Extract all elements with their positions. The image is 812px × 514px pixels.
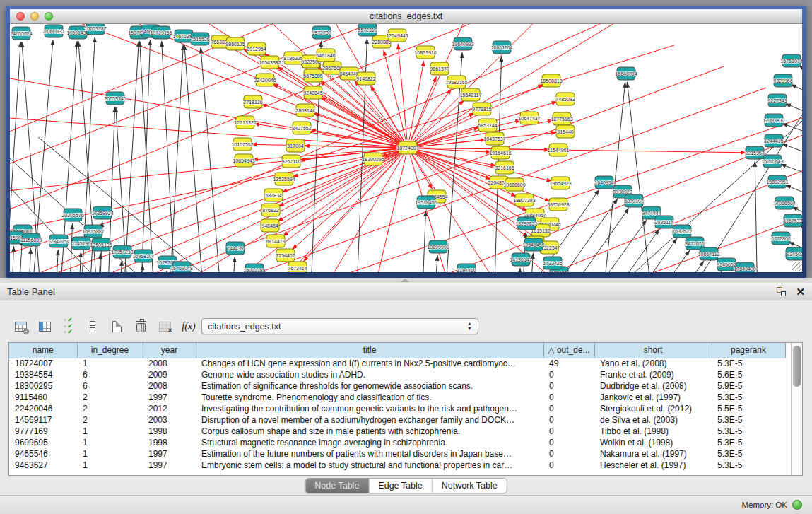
table-cell[interactable]: 1 (77, 448, 143, 460)
table-cell[interactable]: 18300295 (9, 380, 77, 392)
table-cell[interactable]: Wolkin et al. (1998) (594, 437, 712, 448)
table-cell[interactable]: Estimation of the future numbers of pati… (196, 448, 543, 460)
table-cell[interactable]: 6 (77, 380, 143, 392)
table-cell[interactable]: Nakamura et al. (1997) (594, 448, 712, 460)
show-columns-button[interactable] (34, 317, 55, 336)
table-row[interactable]: 977716911998Corpus callosum shape and si… (9, 426, 785, 437)
table-cell[interactable]: 0 (543, 448, 594, 460)
tab-edge-table[interactable]: Edge Table (369, 479, 432, 493)
table-cell[interactable]: 2008 (143, 380, 196, 392)
table-cell[interactable]: Jankovic et al. (1997) (594, 392, 712, 403)
table-cell[interactable]: Franke et al. (2009) (594, 369, 712, 380)
table-cell[interactable]: Yano et al. (2008) (594, 358, 712, 369)
table-scrollbar[interactable] (791, 343, 802, 475)
column-header-pagerank[interactable]: pagerank (712, 343, 785, 358)
table-cell[interactable]: 1997 (143, 460, 196, 471)
function-builder-button[interactable]: f(x) (178, 317, 199, 336)
table-cell[interactable]: 5.3E-5 (712, 414, 785, 426)
table-cell[interactable]: Estimation of significance thresholds fo… (196, 380, 543, 392)
table-cell[interactable]: 2008 (143, 358, 196, 369)
column-header-year[interactable]: year (143, 343, 196, 358)
table-cell[interactable]: Embryonic stem cells: a model to study s… (196, 460, 543, 471)
table-cell[interactable]: 5.3E-5 (712, 448, 785, 460)
column-header-short[interactable]: short (594, 343, 712, 358)
memory-ok-indicator[interactable] (792, 500, 802, 510)
table-cell[interactable]: Tourette syndrome. Phenomenology and cla… (196, 392, 543, 403)
minimize-window-button[interactable] (30, 12, 39, 21)
table-cell[interactable]: 2 (77, 414, 143, 426)
table-row[interactable]: 2242004622012Investigating the contribut… (9, 403, 785, 414)
table-cell[interactable]: 5.9E-5 (712, 380, 785, 392)
table-cell[interactable]: de Silva et al. (2003) (594, 414, 712, 426)
table-cell[interactable]: 2009 (143, 369, 196, 380)
table-cell[interactable]: 1998 (143, 426, 196, 437)
table-cell[interactable]: 5.3E-5 (712, 392, 785, 403)
splitter-handle-icon[interactable] (401, 279, 409, 282)
delete-table-button[interactable]: ✕ (154, 317, 175, 336)
column-header-name[interactable]: name (9, 343, 77, 358)
table-cell[interactable]: Dudbridge et al. (2008) (594, 380, 712, 392)
table-cell[interactable]: 1998 (143, 437, 196, 448)
window-resize-grip[interactable] (792, 262, 801, 271)
table-row[interactable]: 1872400712008Changes of HCN gene express… (9, 358, 785, 369)
row-selection-button[interactable]: ✔✔✔ (58, 317, 79, 336)
table-cell[interactable]: 2012 (143, 403, 196, 414)
table-cell[interactable]: 0 (543, 380, 594, 392)
table-cell[interactable]: 9115460 (9, 392, 77, 403)
zoom-window-button[interactable] (45, 12, 53, 21)
table-cell[interactable]: 0 (543, 437, 594, 448)
network-canvas[interactable]: 1872400776638229860125891295416543382234… (10, 24, 802, 272)
network-window-titlebar[interactable]: citations_edges.txt (10, 9, 802, 24)
table-cell[interactable]: 2 (77, 392, 143, 403)
stacked-squares-button[interactable] (82, 317, 103, 336)
table-row[interactable]: 1830029562008Estimation of significance … (9, 380, 785, 392)
table-cell[interactable]: 9699695 (9, 437, 77, 448)
table-selector-dropdown[interactable]: citations_edges.txt ▲▼ (201, 318, 478, 334)
tab-node-table[interactable]: Node Table (305, 479, 369, 493)
table-cell[interactable]: 9777169 (9, 426, 77, 437)
table-cell[interactable]: 0 (543, 403, 594, 414)
table-cell[interactable]: Disruption of a novel member of a sodium… (196, 414, 543, 426)
float-panel-icon[interactable] (777, 287, 786, 296)
table-cell[interactable]: 1 (77, 460, 143, 471)
table-row[interactable]: 969969511998Structural magnetic resonanc… (9, 437, 785, 448)
table-row[interactable]: 1938455462009Genome-wide association stu… (9, 369, 785, 380)
table-cell[interactable]: Changes of HCN gene expression and I(f) … (196, 358, 543, 369)
table-cell[interactable]: Genome-wide association studies in ADHD. (196, 369, 543, 380)
table-cell[interactable]: 1 (77, 358, 143, 369)
panel-splitter[interactable] (0, 278, 812, 283)
column-header-in_degree[interactable]: in_degree (77, 343, 143, 358)
table-cell[interactable]: 22420046 (9, 403, 77, 414)
table-cell[interactable]: 5.6E-5 (712, 369, 785, 380)
table-cell[interactable]: 5.5E-5 (712, 403, 785, 414)
new-column-button[interactable] (106, 317, 127, 336)
table-cell[interactable]: 1997 (143, 392, 196, 403)
table-cell[interactable]: 14569117 (9, 414, 77, 426)
table-cell[interactable]: 9463627 (9, 460, 77, 471)
table-cell[interactable]: Structural magnetic resonance image aver… (196, 437, 543, 448)
table-cell[interactable]: 19384554 (9, 369, 77, 380)
table-cell[interactable]: 2 (77, 403, 143, 414)
delete-column-button[interactable] (130, 317, 151, 336)
table-cell[interactable]: Investigating the contribution of common… (196, 403, 543, 414)
table-cell[interactable]: 5.3E-5 (712, 426, 785, 437)
tab-network-table[interactable]: Network Table (433, 479, 507, 493)
table-cell[interactable]: Tibbo et al. (1998) (594, 426, 712, 437)
table-cell[interactable]: Stergiakouli et al. (2012) (594, 403, 712, 414)
column-header-out_de[interactable]: △ out_de... (543, 343, 594, 358)
close-window-button[interactable] (16, 12, 25, 21)
scrollbar-thumb[interactable] (793, 346, 801, 387)
table-cell[interactable]: 5.3E-5 (712, 358, 785, 369)
table-cell[interactable]: 1 (77, 437, 143, 448)
table-cell[interactable]: 6 (77, 369, 143, 380)
table-cell[interactable]: 9465546 (9, 448, 77, 460)
close-panel-icon[interactable]: ✕ (796, 286, 805, 297)
table-cell[interactable]: 0 (543, 414, 594, 426)
table-row[interactable]: 911546021997Tourette syndrome. Phenomeno… (9, 392, 785, 403)
table-row[interactable]: 946362711997Embryonic stem cells: a mode… (9, 460, 785, 471)
table-cell[interactable]: 2003 (143, 414, 196, 426)
table-row[interactable]: 1456911722003Disruption of a novel membe… (9, 414, 785, 426)
table-cell[interactable]: Hescheler et al. (1997) (594, 460, 712, 471)
table-cell[interactable]: 18724007 (9, 358, 77, 369)
table-cell[interactable]: 49 (543, 358, 594, 369)
